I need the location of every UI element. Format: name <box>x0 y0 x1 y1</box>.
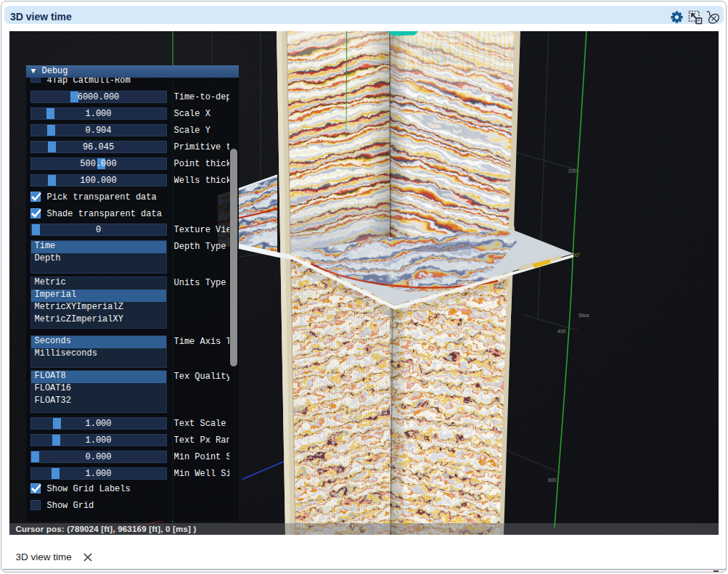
svg-text:600: 600 <box>548 477 557 483</box>
svg-text:Slice: Slice <box>578 313 589 318</box>
svg-text:90°: 90° <box>573 253 581 258</box>
svg-text:400: 400 <box>557 329 566 334</box>
svg-text:200: 200 <box>568 168 577 173</box>
